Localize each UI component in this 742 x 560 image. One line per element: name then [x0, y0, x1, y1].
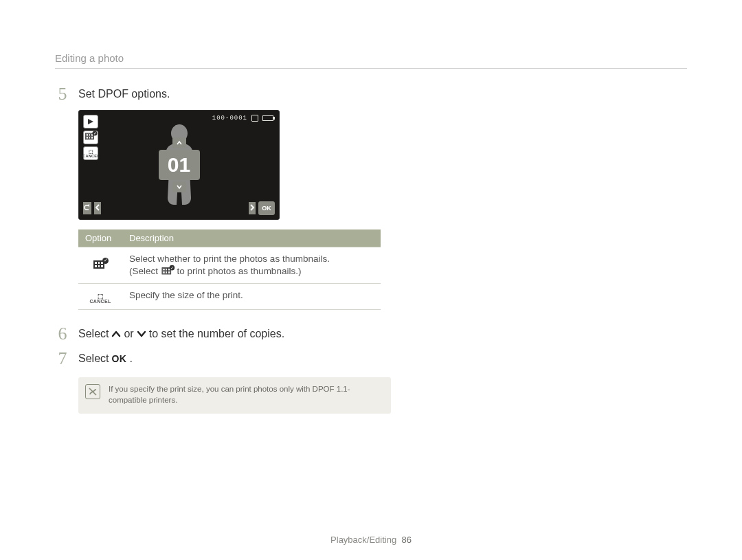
ok-button-icon: OK — [258, 201, 275, 215]
option-icon-cell: ⬚CANCEL — [78, 284, 122, 310]
step-7: 7 Select OK . — [55, 350, 687, 368]
step-number: 6 — [55, 325, 70, 343]
desc-line-1: Select whether to print the photos as th… — [129, 254, 330, 264]
back-icon — [83, 202, 91, 214]
battery-icon — [262, 115, 273, 121]
step-number: 7 — [55, 350, 70, 368]
down-arrow-small-icon — [172, 181, 186, 192]
page-footer: Playback/Editing 86 — [0, 535, 742, 545]
right-chevron-icon — [249, 202, 256, 214]
step-text: Select OK . — [78, 350, 133, 368]
footer-section: Playback/Editing — [330, 535, 396, 545]
step-text-after: to set the number of copies. — [149, 325, 284, 343]
step-text: Select or to set the number of copies. — [78, 325, 284, 343]
thumbnail-grid-icon: ✓ — [161, 267, 173, 277]
step-text: Set DPOF options. — [78, 85, 170, 103]
desc-line-2-after: to print photos as thumbnails.) — [177, 266, 302, 276]
note-box: If you specify the print size, you can p… — [78, 377, 391, 414]
lcd-status-bar: 100-0001 — [212, 115, 273, 122]
header-description: Description — [122, 229, 381, 247]
breadcrumb: Editing a photo — [55, 52, 687, 69]
cancel-size-icon: ⬚CANCEL — [83, 146, 98, 160]
step-6: 6 Select or to set the number of copies. — [55, 325, 687, 343]
option-icon-cell: ✓ — [78, 247, 122, 284]
table-row: ✓ Select whether to print the photos as … — [78, 247, 381, 284]
options-table: Option Description ✓ Select whether to p… — [78, 229, 381, 310]
table-header-row: Option Description — [78, 229, 381, 247]
note-text: If you specify the print size, you can p… — [109, 385, 350, 404]
step-5: 5 Set DPOF options. — [55, 85, 687, 103]
step-text-middle: or — [124, 325, 133, 343]
note-icon — [85, 384, 100, 399]
thumbnail-grid-icon: ✓ — [93, 260, 107, 271]
desc-line-2-before: (Select — [129, 266, 161, 276]
option-description-cell: Specify the size of the print. — [122, 284, 381, 310]
lcd-side-column: ✓ ⬚CANCEL — [83, 115, 98, 160]
up-arrow-small-icon — [172, 137, 186, 148]
sd-card-icon — [251, 115, 258, 122]
copies-counter: 01 — [159, 137, 200, 192]
chevron-down-icon — [137, 330, 146, 338]
cancel-size-icon: ⬚CANCEL — [90, 293, 111, 304]
svg-marker-0 — [88, 119, 93, 124]
footer-page-number: 86 — [401, 535, 411, 545]
step-number: 5 — [55, 85, 70, 103]
step-text-before: Select — [78, 325, 109, 343]
table-row: ⬚CANCEL Specify the size of the print. — [78, 284, 381, 310]
camera-lcd: ✓ ⬚CANCEL 100-0001 01 — [78, 110, 280, 220]
lcd-bottom-row: OK — [83, 201, 275, 215]
file-number: 100-0001 — [212, 115, 247, 122]
lcd-illustration: ✓ ⬚CANCEL 100-0001 01 — [78, 110, 687, 220]
manual-page: Editing a photo 5 Set DPOF options. ✓ ⬚C… — [0, 0, 742, 560]
left-chevron-icon — [94, 202, 101, 214]
header-option: Option — [78, 229, 122, 247]
chevron-up-icon — [111, 330, 121, 338]
play-icon — [83, 115, 98, 128]
option-description-cell: Select whether to print the photos as th… — [122, 247, 381, 284]
thumbnail-grid-icon: ✓ — [83, 131, 98, 144]
step-text-before: Select — [78, 350, 109, 368]
svg-marker-1 — [87, 204, 89, 207]
copies-value: 01 — [159, 150, 200, 180]
step-text-after: . — [129, 350, 132, 368]
ok-glyph-icon: OK — [111, 350, 126, 368]
